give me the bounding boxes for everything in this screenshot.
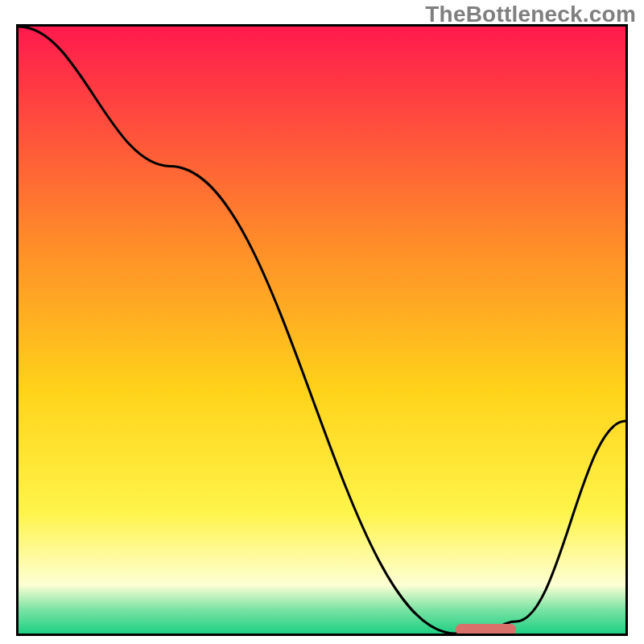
watermark-text: TheBottleneck.com [425,2,636,27]
optimal-zone-marker [456,624,516,634]
plot-border [16,24,628,636]
bottleneck-chart [19,27,625,634]
chart-frame: TheBottleneck.com [0,0,644,644]
